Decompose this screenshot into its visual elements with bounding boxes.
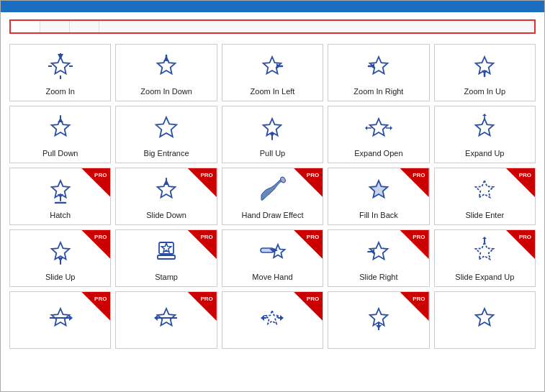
svg-marker-23 bbox=[269, 133, 275, 137]
effect-cell-row5-3[interactable]: PRO bbox=[222, 291, 323, 349]
effect-cell-slide-enter[interactable]: Slide EnterPRO bbox=[434, 168, 536, 225]
dialog-titlebar bbox=[1, 1, 544, 12]
effect-label-zoom-in-down: Zoom In Down bbox=[140, 87, 192, 96]
effect-label-zoom-in: Zoom In bbox=[46, 87, 75, 96]
effect-icon-zoom-in-down bbox=[152, 51, 181, 83]
effect-icon-zoom-in-left bbox=[258, 51, 287, 83]
effect-icon-stamp bbox=[152, 237, 181, 268]
effect-cell-zoom-in-left[interactable]: Zoom In Left bbox=[222, 44, 323, 101]
effect-cell-row5-5[interactable] bbox=[434, 291, 536, 349]
effect-label-slide-up: Slide Up bbox=[45, 273, 76, 281]
effect-label-zoom-in-right: Zoom In Right bbox=[353, 87, 403, 96]
effect-cell-slide-up[interactable]: Slide UpPRO bbox=[9, 229, 111, 287]
svg-marker-59 bbox=[261, 315, 264, 321]
tab-action[interactable] bbox=[99, 21, 128, 32]
effect-cell-pull-up[interactable]: Pull Up bbox=[222, 106, 323, 163]
effect-label-expand-open: Expand Open bbox=[354, 149, 402, 158]
effect-icon-slide-right bbox=[364, 237, 393, 268]
effect-icon-expand-up bbox=[470, 113, 499, 145]
content-area: Zoom In Zoom In Down Zoom In Left Zoom I… bbox=[1, 41, 544, 391]
effect-label-slide-right: Slide Right bbox=[359, 273, 397, 281]
effect-icon-row5-1 bbox=[46, 303, 75, 334]
svg-marker-38 bbox=[163, 181, 169, 185]
effect-label-hand-draw: Hand Draw Effect bbox=[241, 211, 303, 219]
effect-cell-slide-expand-up[interactable]: Slide Expand UpPRO bbox=[434, 229, 536, 287]
effect-label-stamp: Stamp bbox=[155, 273, 178, 281]
choose-effect-dialog: Zoom In Zoom In Down Zoom In Left Zoom I… bbox=[0, 0, 545, 392]
effect-cell-zoom-in[interactable]: Zoom In bbox=[9, 44, 111, 101]
effects-grid-area: Zoom In Zoom In Down Zoom In Left Zoom I… bbox=[1, 41, 544, 391]
effect-icon-big-entrance bbox=[152, 113, 181, 145]
pro-badge: PRO bbox=[294, 230, 323, 259]
pro-badge: PRO bbox=[294, 292, 323, 321]
svg-marker-61 bbox=[280, 315, 284, 321]
tab-bar bbox=[9, 19, 536, 34]
effect-cell-row5-2[interactable]: PRO bbox=[115, 291, 217, 349]
pro-badge: PRO bbox=[188, 292, 217, 321]
pro-badge: PRO bbox=[400, 292, 429, 321]
effect-cell-move-hand[interactable]: Move HandPRO bbox=[222, 229, 323, 287]
pro-badge: PRO bbox=[400, 168, 429, 197]
effect-icon-slide-down bbox=[152, 175, 181, 206]
effect-cell-hand-draw[interactable]: Hand Draw EffectPRO bbox=[222, 168, 323, 225]
effect-cell-zoom-in-up[interactable]: Zoom In Up bbox=[434, 44, 536, 101]
effect-cell-zoom-in-right[interactable]: Zoom In Right bbox=[328, 44, 429, 101]
effect-cell-zoom-in-down[interactable]: Zoom In Down bbox=[115, 44, 217, 101]
effect-cell-stamp[interactable]: StampPRO bbox=[115, 229, 217, 287]
effect-label-hatch: Hatch bbox=[50, 211, 71, 219]
effect-icon-pull-up bbox=[258, 113, 287, 145]
svg-marker-64 bbox=[376, 325, 382, 329]
pro-badge: PRO bbox=[506, 168, 535, 197]
effect-label-pull-up: Pull Up bbox=[260, 149, 285, 158]
effect-icon-zoom-in-right bbox=[364, 51, 393, 83]
pro-badge: PRO bbox=[294, 168, 323, 197]
svg-marker-28 bbox=[390, 126, 392, 130]
effect-label-zoom-in-left: Zoom In Left bbox=[251, 87, 295, 96]
effect-cell-fill-in-back[interactable]: Fill In BackPRO bbox=[328, 168, 429, 225]
svg-rect-44 bbox=[158, 255, 175, 259]
effect-cell-row5-4[interactable]: PRO bbox=[328, 291, 429, 349]
effect-icon-slide-up bbox=[46, 237, 75, 268]
pro-badge: PRO bbox=[188, 230, 217, 259]
effect-icon-row5-4 bbox=[364, 303, 393, 334]
effect-label-big-entrance: Big Entrance bbox=[144, 149, 189, 158]
tab-exit[interactable] bbox=[70, 21, 99, 32]
effect-label-slide-expand-up: Slide Expand Up bbox=[455, 273, 514, 281]
pro-badge: PRO bbox=[188, 168, 217, 197]
pro-badge: PRO bbox=[506, 230, 535, 259]
svg-marker-26 bbox=[365, 126, 367, 130]
effect-icon-hatch bbox=[46, 175, 75, 206]
tab-emphasis[interactable] bbox=[40, 21, 70, 32]
effect-label-pull-down: Pull Down bbox=[42, 149, 78, 158]
effect-cell-slide-down[interactable]: Slide DownPRO bbox=[115, 168, 217, 225]
svg-marker-19 bbox=[58, 119, 63, 122]
effect-cell-hatch[interactable]: HatchPRO bbox=[9, 168, 111, 225]
effect-icon-zoom-in bbox=[46, 51, 75, 83]
effect-cell-big-entrance[interactable]: Big Entrance bbox=[115, 106, 217, 163]
svg-marker-42 bbox=[58, 257, 63, 261]
effect-cell-expand-open[interactable]: Expand Open bbox=[328, 106, 429, 163]
effect-cell-slide-right[interactable]: Slide RightPRO bbox=[328, 229, 429, 287]
svg-marker-31 bbox=[482, 114, 487, 116]
pro-badge: PRO bbox=[81, 230, 110, 259]
effects-grid: Zoom In Zoom In Down Zoom In Left Zoom I… bbox=[9, 44, 536, 349]
effect-cell-row5-1[interactable]: PRO bbox=[9, 291, 111, 349]
effect-cell-pull-down[interactable]: Pull Down bbox=[9, 106, 111, 163]
effect-label-expand-up: Expand Up bbox=[465, 149, 504, 158]
effect-icon-row5-3 bbox=[258, 303, 287, 334]
effect-label-slide-down: Slide Down bbox=[146, 211, 186, 219]
effect-icon-hand-draw bbox=[258, 175, 287, 206]
effect-cell-expand-up[interactable]: Expand Up bbox=[434, 106, 536, 163]
effect-label-zoom-in-up: Zoom In Up bbox=[464, 87, 505, 96]
svg-marker-57 bbox=[154, 315, 158, 321]
effect-icon-move-hand bbox=[258, 237, 287, 268]
effect-label-move-hand: Move Hand bbox=[252, 273, 292, 281]
effect-icon-row5-2 bbox=[152, 303, 181, 334]
tab-entrance[interactable] bbox=[11, 21, 40, 32]
pro-badge: PRO bbox=[81, 168, 110, 197]
svg-marker-51 bbox=[482, 237, 487, 239]
effect-icon-row5-5 bbox=[470, 303, 499, 334]
effect-label-fill-in-back: Fill In Back bbox=[359, 211, 398, 219]
pro-badge: PRO bbox=[81, 292, 110, 321]
effect-icon-slide-expand-up bbox=[470, 237, 499, 268]
